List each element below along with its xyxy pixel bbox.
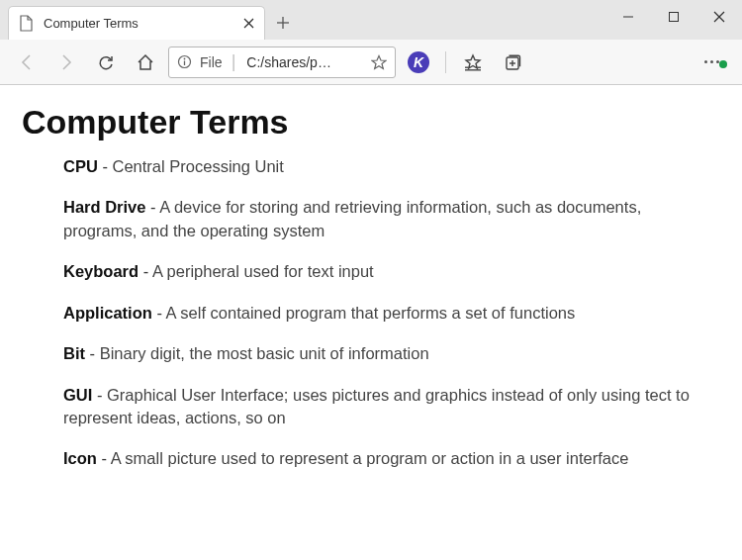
collections-button[interactable] bbox=[496, 46, 529, 79]
browser-tab[interactable]: Computer Terms bbox=[8, 6, 265, 40]
extension-button[interactable]: K bbox=[402, 46, 435, 79]
term-entry: Keyboard - A peripheral used for text in… bbox=[63, 260, 710, 283]
term-entry: Application - A self contained program t… bbox=[63, 302, 710, 325]
term-name: CPU bbox=[63, 157, 98, 175]
term-entry: Icon - A small picture used to represent… bbox=[63, 447, 710, 470]
term-definition: Binary digit, the most basic unit of inf… bbox=[100, 344, 429, 362]
toolbar-separator bbox=[445, 51, 446, 73]
favorites-button[interactable] bbox=[456, 46, 490, 79]
term-dash: - bbox=[152, 304, 166, 322]
window-minimize-button[interactable] bbox=[605, 0, 651, 34]
tab-title: Computer Terms bbox=[44, 16, 233, 31]
term-definition: Graphical User Interface; uses pictures … bbox=[63, 386, 690, 426]
term-name: Icon bbox=[63, 449, 97, 467]
refresh-button[interactable] bbox=[89, 46, 123, 79]
term-name: GUI bbox=[63, 386, 92, 404]
more-menu-button[interactable] bbox=[698, 46, 732, 79]
window-maximize-button[interactable] bbox=[651, 0, 696, 34]
back-button[interactable] bbox=[10, 46, 44, 79]
term-dash: - bbox=[145, 198, 159, 216]
term-definition: A peripheral used for text input bbox=[152, 262, 374, 280]
term-entry: GUI - Graphical User Interface; uses pic… bbox=[63, 384, 710, 430]
svg-rect-1 bbox=[670, 13, 679, 22]
toolbar: File │ C:/shares/p… K bbox=[0, 40, 742, 85]
term-dash: - bbox=[92, 386, 107, 404]
svg-point-9 bbox=[184, 58, 186, 60]
term-entry: CPU - Central Processing Unit bbox=[63, 155, 710, 178]
window-close-button[interactable] bbox=[696, 0, 742, 34]
home-button[interactable] bbox=[129, 46, 162, 79]
term-name: Bit bbox=[63, 344, 85, 362]
term-dash: - bbox=[85, 344, 100, 362]
term-definition: A small picture used to represent a prog… bbox=[111, 449, 629, 467]
term-definition: Central Processing Unit bbox=[113, 157, 284, 175]
term-name: Hard Drive bbox=[63, 198, 145, 216]
update-badge-icon bbox=[719, 60, 727, 68]
address-bar[interactable]: File │ C:/shares/p… bbox=[168, 47, 396, 78]
term-dash: - bbox=[139, 262, 152, 280]
address-protocol: File bbox=[200, 54, 223, 70]
term-entry: Bit - Binary digit, the most basic unit … bbox=[63, 342, 710, 365]
page-heading: Computer Terms bbox=[22, 103, 720, 141]
term-dash: - bbox=[98, 157, 113, 175]
favorite-star-button[interactable] bbox=[371, 54, 387, 70]
address-separator: │ bbox=[231, 54, 239, 70]
term-definition: A self contained program that performs a… bbox=[166, 304, 576, 322]
term-name: Application bbox=[63, 304, 152, 322]
definition-list: CPU - Central Processing UnitHard Drive … bbox=[22, 155, 720, 471]
term-entry: Hard Drive - A device for storing and re… bbox=[63, 196, 710, 242]
term-dash: - bbox=[97, 449, 111, 467]
info-icon[interactable] bbox=[177, 54, 192, 69]
page-content: Computer Terms CPU - Central Processing … bbox=[0, 85, 742, 560]
file-icon bbox=[19, 15, 34, 32]
address-path: C:/shares/p… bbox=[246, 54, 363, 70]
forward-button[interactable] bbox=[49, 46, 83, 79]
term-name: Keyboard bbox=[63, 262, 139, 280]
new-tab-button[interactable] bbox=[265, 6, 301, 40]
k-extension-icon: K bbox=[408, 51, 429, 73]
tab-close-button[interactable] bbox=[243, 18, 254, 29]
